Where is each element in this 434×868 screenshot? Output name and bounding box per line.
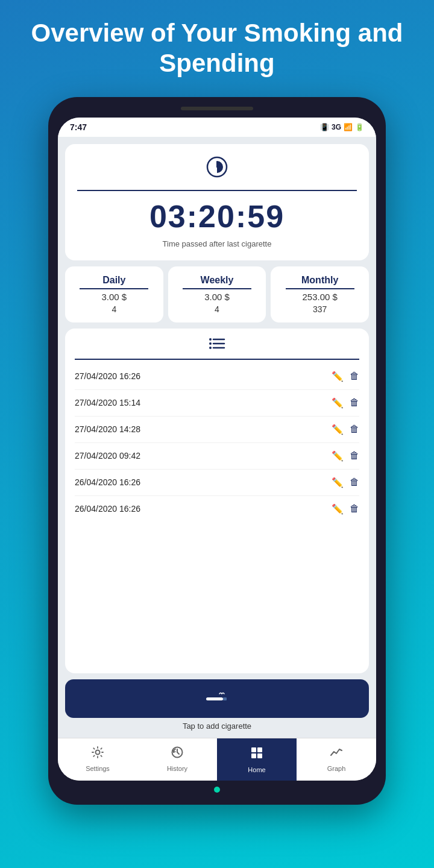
timer-display: 03:20:59 xyxy=(149,198,285,234)
stat-daily: Daily 3.00 $ 4 xyxy=(65,266,163,322)
history-item: 27/04/2020 16:26 ✏️ 🗑 xyxy=(75,363,359,390)
history-icon xyxy=(171,746,184,763)
svg-rect-13 xyxy=(251,747,256,752)
history-date: 27/04/2020 14:28 xyxy=(75,424,140,434)
home-icon xyxy=(250,746,264,764)
history-actions: ✏️ 🗑 xyxy=(332,424,359,435)
history-actions: ✏️ 🗑 xyxy=(332,503,359,515)
delete-icon[interactable]: 🗑 xyxy=(350,450,359,461)
edit-icon[interactable]: ✏️ xyxy=(332,371,344,382)
clock-icon xyxy=(206,156,228,183)
graph-icon xyxy=(330,746,343,763)
battery-icon: 🔋 xyxy=(355,123,364,131)
history-date: 26/04/2020 16:26 xyxy=(75,477,140,487)
monthly-divider xyxy=(286,288,354,289)
svg-rect-16 xyxy=(257,753,262,758)
delete-icon[interactable]: 🗑 xyxy=(350,371,359,382)
svg-point-6 xyxy=(209,338,212,341)
nav-settings[interactable]: Settings xyxy=(58,738,137,781)
signal-label: 3G xyxy=(332,123,341,131)
daily-amount: 3.00 $ xyxy=(101,292,127,302)
timer-label: Time passed after last cigarette xyxy=(163,239,272,248)
stat-monthly: Monthly 253.00 $ 337 xyxy=(271,266,369,322)
delete-icon[interactable]: 🗑 xyxy=(350,424,359,435)
phone-dot xyxy=(214,787,220,793)
daily-count: 4 xyxy=(112,304,116,314)
edit-icon[interactable]: ✏️ xyxy=(332,477,344,488)
history-item: 26/04/2020 16:26 ✏️ 🗑 xyxy=(75,496,359,522)
cigarette-icon xyxy=(204,690,230,707)
history-item: 26/04/2020 16:26 ✏️ 🗑 xyxy=(75,470,359,496)
history-date: 27/04/2020 15:14 xyxy=(75,398,140,407)
history-actions: ✏️ 🗑 xyxy=(332,397,359,409)
svg-point-8 xyxy=(209,347,212,349)
bottom-nav: Settings History xyxy=(58,738,376,781)
history-header xyxy=(75,337,359,354)
history-item: 27/04/2020 15:14 ✏️ 🗑 xyxy=(75,390,359,417)
settings-label: Settings xyxy=(86,765,110,772)
svg-point-7 xyxy=(209,342,212,345)
timer-divider xyxy=(77,190,357,191)
vibrate-icon: 📳 xyxy=(320,123,329,131)
weekly-amount: 3.00 $ xyxy=(204,292,230,302)
weekly-title: Weekly xyxy=(201,275,234,286)
delete-icon[interactable]: 🗑 xyxy=(350,503,359,514)
history-item: 27/04/2020 09:42 ✏️ 🗑 xyxy=(75,443,359,470)
stats-row: Daily 3.00 $ 4 Weekly 3.00 $ 4 Monthly 2… xyxy=(65,266,369,322)
nav-history[interactable]: History xyxy=(137,738,217,781)
home-label: Home xyxy=(248,766,265,773)
add-cigarette-button[interactable] xyxy=(65,679,369,718)
history-date: 26/04/2020 16:26 xyxy=(75,504,140,514)
stat-weekly: Weekly 3.00 $ 4 xyxy=(168,266,266,322)
history-card: 27/04/2020 16:26 ✏️ 🗑 27/04/2020 15:14 ✏… xyxy=(65,329,369,673)
history-actions: ✏️ 🗑 xyxy=(332,477,359,488)
status-right: 📳 3G 📶 🔋 xyxy=(320,123,364,131)
delete-icon[interactable]: 🗑 xyxy=(350,477,359,488)
add-cigarette-label: Tap to add cigarette xyxy=(183,722,251,731)
edit-icon[interactable]: ✏️ xyxy=(332,424,344,435)
monthly-amount: 253.00 $ xyxy=(302,292,337,302)
monthly-count: 337 xyxy=(313,304,327,314)
phone-frame: 7:47 📳 3G 📶 🔋 xyxy=(48,97,386,805)
delete-icon[interactable]: 🗑 xyxy=(350,397,359,408)
weekly-count: 4 xyxy=(215,304,219,314)
nav-graph[interactable]: Graph xyxy=(297,738,376,781)
phone-screen: 7:47 📳 3G 📶 🔋 xyxy=(58,118,376,781)
history-actions: ✏️ 🗑 xyxy=(332,371,359,382)
status-time: 7:47 xyxy=(70,122,87,132)
nav-home[interactable]: Home xyxy=(217,738,297,781)
history-divider xyxy=(75,359,359,360)
history-item: 27/04/2020 14:28 ✏️ 🗑 xyxy=(75,417,359,443)
settings-icon xyxy=(91,746,104,763)
svg-rect-14 xyxy=(257,747,262,752)
edit-icon[interactable]: ✏️ xyxy=(332,397,344,409)
daily-divider xyxy=(80,288,148,289)
list-icon xyxy=(209,337,225,354)
signal-bars-icon: 📶 xyxy=(344,123,353,131)
svg-rect-10 xyxy=(223,697,227,700)
timer-card: 03:20:59 Time passed after last cigarett… xyxy=(65,144,369,260)
screen-content: 03:20:59 Time passed after last cigarett… xyxy=(58,137,376,738)
monthly-title: Monthly xyxy=(301,275,338,286)
add-cigarette-section: Tap to add cigarette xyxy=(65,679,369,731)
phone-notch xyxy=(181,107,253,110)
history-label: History xyxy=(167,765,187,772)
history-date: 27/04/2020 16:26 xyxy=(75,371,140,381)
history-actions: ✏️ 🗑 xyxy=(332,450,359,462)
weekly-divider xyxy=(183,288,251,289)
svg-point-11 xyxy=(96,750,100,754)
status-bar: 7:47 📳 3G 📶 🔋 xyxy=(58,118,376,137)
edit-icon[interactable]: ✏️ xyxy=(332,503,344,515)
svg-rect-9 xyxy=(206,697,223,700)
edit-icon[interactable]: ✏️ xyxy=(332,450,344,462)
graph-label: Graph xyxy=(327,765,346,772)
history-date: 27/04/2020 09:42 xyxy=(75,451,140,461)
daily-title: Daily xyxy=(102,275,125,286)
page-title: Overview of Your Smoking and Spending xyxy=(0,18,434,79)
svg-rect-15 xyxy=(251,753,256,758)
